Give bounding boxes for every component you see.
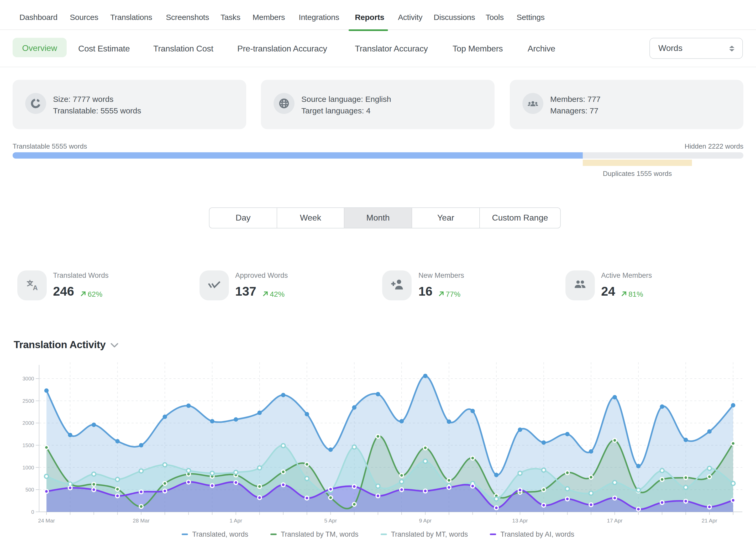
svg-text:1000: 1000: [23, 465, 34, 470]
svg-text:17 Apr: 17 Apr: [607, 517, 623, 524]
svg-text:500: 500: [25, 487, 34, 493]
svg-text:28 Mar: 28 Mar: [133, 517, 150, 524]
svg-text:21 Apr: 21 Apr: [702, 517, 717, 524]
svg-text:3000: 3000: [23, 376, 34, 381]
svg-text:2500: 2500: [23, 398, 34, 404]
svg-text:24 Mar: 24 Mar: [38, 517, 55, 524]
svg-text:1500: 1500: [23, 442, 34, 448]
svg-text:13 Apr: 13 Apr: [512, 517, 528, 524]
svg-text:2000: 2000: [23, 420, 34, 426]
svg-text:5 Apr: 5 Apr: [324, 517, 337, 524]
svg-text:9 Apr: 9 Apr: [419, 517, 432, 524]
svg-text:1 Apr: 1 Apr: [230, 517, 242, 524]
svg-text:0: 0: [31, 509, 34, 515]
svg-text:A: A: [33, 284, 38, 292]
